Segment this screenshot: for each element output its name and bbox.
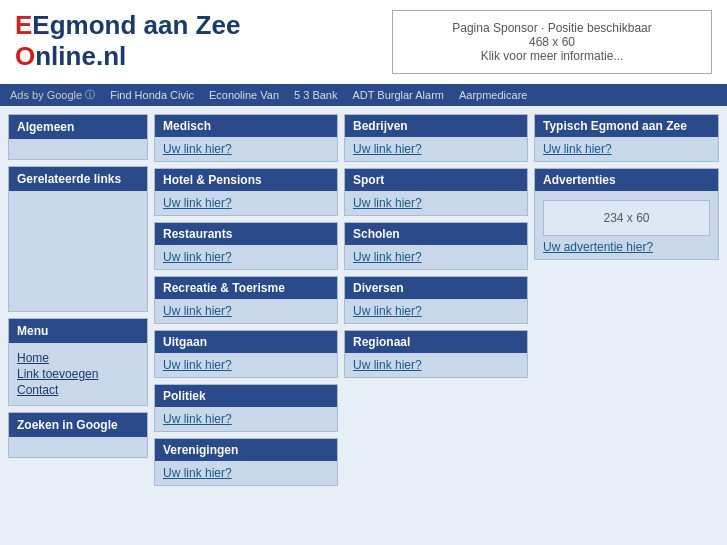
cat-sport-body: Uw link hier? (345, 191, 527, 215)
cat-medisch-link[interactable]: Uw link hier? (163, 142, 232, 156)
advertenties-block: Advertenties 234 x 60 Uw advertentie hie… (534, 168, 719, 260)
gerelateerde-content (9, 191, 147, 311)
cat-bedrijven-link[interactable]: Uw link hier? (353, 142, 422, 156)
cat-verenigingen-header: Verenigingen (155, 439, 337, 461)
empty-cell (344, 384, 528, 432)
sponsor-line3: Klik voor meer informatie... (403, 49, 701, 63)
ad-link-1[interactable]: Find Honda Civic (110, 89, 194, 101)
cat-diversen: Diversen Uw link hier? (344, 276, 528, 324)
cat-diversen-link[interactable]: Uw link hier? (353, 304, 422, 318)
zoeken-header: Zoeken in Google (9, 413, 147, 437)
typisch-block: Typisch Egmond aan Zee Uw link hier? (534, 114, 719, 162)
cat-politiek: Politiek Uw link hier? (154, 384, 338, 432)
zoeken-content (9, 437, 147, 457)
cat-restaurants-body: Uw link hier? (155, 245, 337, 269)
header: EEgmond aan Zee Online.nl Pagina Sponsor… (0, 0, 727, 84)
cat-medisch-body: Uw link hier? (155, 137, 337, 161)
menu-block: Menu Home Link toevoegen Contact (8, 318, 148, 406)
typisch-link[interactable]: Uw link hier? (543, 142, 612, 156)
cat-recreatie-body: Uw link hier? (155, 299, 337, 323)
cat-restaurants-link[interactable]: Uw link hier? (163, 250, 232, 264)
algemeen-header: Algemeen (9, 115, 147, 139)
ads-by-google: Ads by Google ⓘ (10, 88, 95, 102)
algemeen-block: Algemeen (8, 114, 148, 160)
cat-medisch-header: Medisch (155, 115, 337, 137)
cat-sport-header: Sport (345, 169, 527, 191)
gerelateerde-block: Gerelateerde links (8, 166, 148, 312)
logo-e: E (15, 10, 32, 40)
cat-hotel: Hotel & Pensions Uw link hier? (154, 168, 338, 216)
cat-scholen-link[interactable]: Uw link hier? (353, 250, 422, 264)
cat-regionaal: Regionaal Uw link hier? (344, 330, 528, 378)
cat-hotel-header: Hotel & Pensions (155, 169, 337, 191)
cat-uitgaan-body: Uw link hier? (155, 353, 337, 377)
cat-politiek-link[interactable]: Uw link hier? (163, 412, 232, 426)
cat-sport: Sport Uw link hier? (344, 168, 528, 216)
typisch-header: Typisch Egmond aan Zee (535, 115, 718, 137)
gerelateerde-header: Gerelateerde links (9, 167, 147, 191)
advertentie-link[interactable]: Uw advertentie hier? (543, 240, 653, 254)
advertenties-header: Advertenties (535, 169, 718, 191)
cat-recreatie-header: Recreatie & Toerisme (155, 277, 337, 299)
cat-restaurants-header: Restaurants (155, 223, 337, 245)
advertenties-body: 234 x 60 Uw advertentie hier? (535, 191, 718, 259)
cat-hotel-body: Uw link hier? (155, 191, 337, 215)
zoeken-block: Zoeken in Google (8, 412, 148, 458)
cat-bedrijven: Bedrijven Uw link hier? (344, 114, 528, 162)
cat-uitgaan-header: Uitgaan (155, 331, 337, 353)
cat-scholen: Scholen Uw link hier? (344, 222, 528, 270)
cat-verenigingen-link[interactable]: Uw link hier? (163, 466, 232, 480)
cat-hotel-link[interactable]: Uw link hier? (163, 196, 232, 210)
ad-link-3[interactable]: 5 3 Bank (294, 89, 337, 101)
ad-link-2[interactable]: Econoline Van (209, 89, 279, 101)
cat-scholen-header: Scholen (345, 223, 527, 245)
cat-politiek-body: Uw link hier? (155, 407, 337, 431)
cat-diversen-body: Uw link hier? (345, 299, 527, 323)
cat-regionaal-header: Regionaal (345, 331, 527, 353)
cat-diversen-header: Diversen (345, 277, 527, 299)
ad-link-5[interactable]: Aarpmedicare (459, 89, 527, 101)
left-sidebar: Algemeen Gerelateerde links Menu Home Li… (8, 114, 148, 486)
ad-link-4[interactable]: ADT Burglar Alarm (352, 89, 444, 101)
logo-o: O (15, 41, 35, 71)
sponsor-line1: Pagina Sponsor · Positie beschikbaar (403, 21, 701, 35)
cat-uitgaan: Uitgaan Uw link hier? (154, 330, 338, 378)
algemeen-content (9, 139, 147, 159)
menu-link-toevoegen[interactable]: Link toevoegen (17, 367, 139, 381)
ad-size-box: 234 x 60 (543, 200, 710, 236)
cat-bedrijven-header: Bedrijven (345, 115, 527, 137)
logo-line1: EEgmond aan Zee (15, 10, 240, 41)
logo: EEgmond aan Zee Online.nl (15, 10, 240, 72)
sponsor-box[interactable]: Pagina Sponsor · Positie beschikbaar 468… (392, 10, 712, 74)
cat-verenigingen-body: Uw link hier? (155, 461, 337, 485)
menu-contact[interactable]: Contact (17, 383, 139, 397)
cat-uitgaan-link[interactable]: Uw link hier? (163, 358, 232, 372)
center-content: Medisch Uw link hier? Bedrijven Uw link … (154, 114, 528, 486)
cat-recreatie-link[interactable]: Uw link hier? (163, 304, 232, 318)
menu-content: Home Link toevoegen Contact (9, 343, 147, 405)
cat-verenigingen: Verenigingen Uw link hier? (154, 438, 338, 486)
ad-bar: Ads by Google ⓘ Find Honda Civic Econoli… (0, 84, 727, 106)
cat-bedrijven-body: Uw link hier? (345, 137, 527, 161)
sponsor-line2: 468 x 60 (403, 35, 701, 49)
logo-line2: Online.nl (15, 41, 240, 72)
cat-restaurants: Restaurants Uw link hier? (154, 222, 338, 270)
cat-recreatie: Recreatie & Toerisme Uw link hier? (154, 276, 338, 324)
menu-header: Menu (9, 319, 147, 343)
cat-regionaal-body: Uw link hier? (345, 353, 527, 377)
cat-regionaal-link[interactable]: Uw link hier? (353, 358, 422, 372)
cat-sport-link[interactable]: Uw link hier? (353, 196, 422, 210)
typisch-body: Uw link hier? (535, 137, 718, 161)
main-layout: Algemeen Gerelateerde links Menu Home Li… (0, 106, 727, 494)
cat-scholen-body: Uw link hier? (345, 245, 527, 269)
cat-medisch: Medisch Uw link hier? (154, 114, 338, 162)
menu-home[interactable]: Home (17, 351, 139, 365)
right-sidebar: Typisch Egmond aan Zee Uw link hier? Adv… (534, 114, 719, 486)
cat-politiek-header: Politiek (155, 385, 337, 407)
